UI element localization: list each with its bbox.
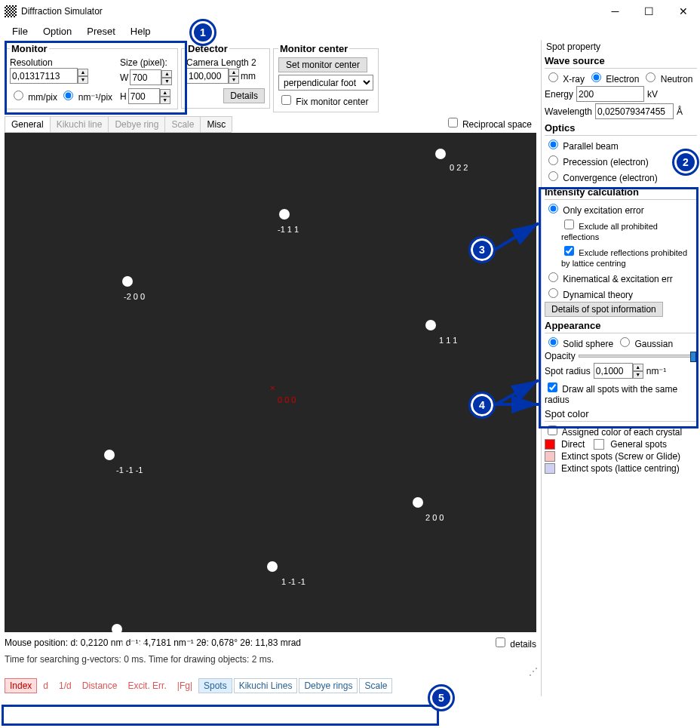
annotation-box-1 <box>5 41 187 115</box>
spot-label: 0 -2 -2 <box>121 640 146 649</box>
camlen-input[interactable] <box>186 68 229 84</box>
detector-legend: Detector <box>186 43 229 54</box>
general-color-box[interactable] <box>594 439 604 450</box>
bottom-d[interactable]: d <box>38 680 53 691</box>
annotation-badge-4: 4 <box>471 394 493 416</box>
diffraction-spot[interactable] <box>267 561 278 572</box>
direct-label: Direct <box>561 439 585 450</box>
energy-input[interactable] <box>576 86 644 102</box>
wavelength-input[interactable] <box>595 103 674 119</box>
mouse-position-status: Mouse position: d: 0,2120 nm d⁻¹: 4,7181… <box>5 637 301 648</box>
window-title: Diffraction Simulator <box>21 6 598 17</box>
menu-help[interactable]: Help <box>124 24 157 38</box>
energy-unit: kV <box>647 89 658 100</box>
wavelength-label: Wavelength <box>545 106 592 117</box>
diffraction-spot[interactable] <box>104 450 115 460</box>
resize-grip[interactable]: ⋰ <box>0 666 541 677</box>
tab-scale[interactable]: Scale <box>164 116 201 132</box>
spot-label: 2 0 0 <box>425 513 444 522</box>
extinct-screw-color-box[interactable] <box>545 451 555 462</box>
close-button[interactable]: ✕ <box>666 0 700 23</box>
optics-title: Optics <box>545 121 697 136</box>
diffraction-spot[interactable] <box>112 624 122 634</box>
detector-details-button[interactable]: Details <box>223 88 265 103</box>
neutron-radio[interactable]: Neutron <box>642 70 692 84</box>
precession-radio[interactable]: Precession (electron) <box>545 153 649 167</box>
camlen-spin[interactable]: ▲▼ <box>229 68 239 84</box>
spot-label: -1 -1 -1 <box>116 465 143 475</box>
tab-debye-ring[interactable]: Debye ring <box>108 116 165 132</box>
spot-label: 0 0 0 <box>278 395 296 404</box>
bottom-kikuchi[interactable]: Kikuchi Lines <box>234 678 298 693</box>
annotation-badge-3: 3 <box>471 238 493 261</box>
extinct-screw-label: Extinct spots (Screw or Glide) <box>561 451 680 462</box>
camlen-unit: mm <box>241 71 256 81</box>
detector-group: Detector Camera Length 2 ▲▼ mm Details <box>181 43 270 109</box>
extinct-lattice-label: Extinct spots (lattice centring) <box>561 463 680 474</box>
tab-general[interactable]: General <box>5 116 51 132</box>
tab-kikuchi-line[interactable]: Kikuchi line <box>50 116 109 132</box>
menu-file[interactable]: File <box>6 24 34 38</box>
menu-bar: File Option Preset Help <box>0 23 700 40</box>
wavelength-unit: Å <box>677 106 683 117</box>
minimize-button[interactable]: ─ <box>598 0 632 23</box>
menu-preset[interactable]: Preset <box>81 24 121 38</box>
energy-label: Energy <box>545 89 573 100</box>
diffraction-spot[interactable] <box>413 497 423 508</box>
details-checkbox[interactable]: details <box>493 639 536 650</box>
general-label: General spots <box>610 439 667 450</box>
maximize-button[interactable]: ☐ <box>632 0 666 23</box>
bottom-invd[interactable]: 1/d <box>54 680 76 691</box>
diffraction-spot[interactable] <box>435 149 446 159</box>
spot-label: 1 -1 -1 <box>281 577 305 586</box>
monitor-center-group: Monitor center Set monitor center perpen… <box>273 43 379 112</box>
annotation-badge-5: 5 <box>430 687 453 709</box>
tab-misc[interactable]: Misc <box>200 116 232 132</box>
bottom-distance[interactable]: Distance <box>78 680 122 691</box>
annotation-arrow-3 <box>493 220 546 260</box>
xray-radio[interactable]: X-ray <box>545 70 585 84</box>
spot-label: 1 1 1 <box>439 336 457 345</box>
annotation-box-5 <box>2 705 439 726</box>
menu-option[interactable]: Option <box>37 24 78 38</box>
diffraction-spot[interactable] <box>279 209 290 220</box>
set-monitor-center-button[interactable]: Set monitor center <box>278 57 367 72</box>
convergence-radio[interactable]: Convergence (electron) <box>545 169 658 183</box>
spot-property-title: Spot property <box>545 40 697 52</box>
svg-line-0 <box>493 223 539 250</box>
spot-label: 0 2 2 <box>450 163 468 172</box>
bottom-spots[interactable]: Spots <box>198 678 232 693</box>
diffraction-spot[interactable] <box>122 276 133 287</box>
monitor-center-legend: Monitor center <box>278 43 349 54</box>
timing-status: Time for searching g-vectors: 0 ms. Time… <box>5 654 536 665</box>
spot-label: -2 0 0 <box>124 292 145 301</box>
direct-color-box[interactable] <box>545 439 555 450</box>
center-spot: × <box>270 383 275 392</box>
parallel-beam-radio[interactable]: Parallel beam <box>545 137 619 152</box>
bottom-debye[interactable]: Debye rings <box>299 678 358 693</box>
title-bar: Diffraction Simulator ─ ☐ ✕ <box>0 0 700 23</box>
annotation-arrow-4b <box>493 398 546 416</box>
extinct-lattice-color-box[interactable] <box>545 463 555 474</box>
camlen-label: Camera Length 2 <box>186 57 265 68</box>
reciprocal-space-checkbox[interactable]: Reciprocal space <box>445 115 532 130</box>
foot-select[interactable]: perpendicular foot <box>278 75 373 91</box>
diffraction-spot[interactable] <box>425 320 436 330</box>
annotation-badge-2: 2 <box>674 151 697 174</box>
bottom-fg[interactable]: |Fg| <box>173 680 197 691</box>
electron-radio[interactable]: Electron <box>588 70 639 84</box>
bottom-scale[interactable]: Scale <box>359 678 392 693</box>
spot-label: -1 1 1 <box>278 225 299 234</box>
bottom-index[interactable]: Index <box>5 678 37 693</box>
annotation-badge-1: 1 <box>192 21 214 44</box>
app-icon <box>5 5 17 17</box>
wave-source-title: Wave source <box>545 54 697 69</box>
bottom-excit[interactable]: Excit. Err. <box>123 680 170 691</box>
fix-monitor-center[interactable]: Fix monitor center <box>278 97 368 107</box>
annotation-box-2 <box>539 187 698 429</box>
diffraction-canvas[interactable]: 0 2 2-1 1 1-2 0 01 1 1×0 0 0-1 -1 -12 0 … <box>5 133 536 632</box>
